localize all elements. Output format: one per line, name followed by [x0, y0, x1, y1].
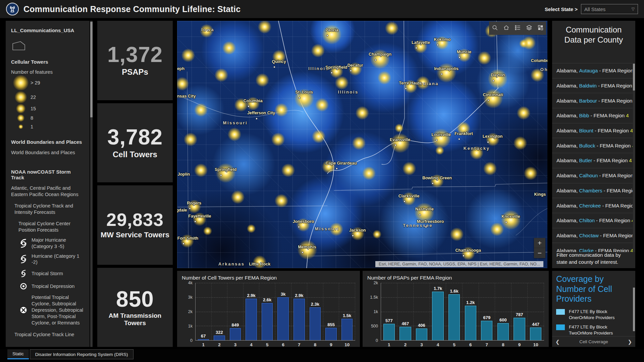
bar-wrap: 2.6k — [259, 283, 275, 340]
bar-region-7[interactable]: 2.9k — [293, 299, 305, 340]
state-label: Iowa — [201, 27, 214, 32]
legend-button[interactable] — [512, 21, 523, 35]
county-region-label: - FEMA Region — [598, 83, 632, 88]
legend-size-row: 15 — [11, 104, 84, 114]
county-list-item[interactable]: Alabama,Blount- FEMA Region4 — [552, 123, 633, 138]
y-tick-label: 4k — [188, 281, 193, 285]
bar-value-label: 3k — [281, 292, 285, 297]
x-tick-label: 4 — [430, 342, 446, 347]
map[interactable]: IowaIllinoisIllinoisIndianaOhiMissouriMi… — [177, 21, 547, 268]
city-label: Jonesboro — [293, 219, 314, 224]
bar-region-9[interactable]: 855 — [325, 328, 337, 340]
tower-glow — [335, 76, 348, 89]
state-dropdown[interactable]: All States ▽ — [581, 4, 638, 14]
tower-glow-icon — [18, 124, 23, 129]
county-list-item[interactable]: Alabama,Butler- FEMA Region4 — [552, 153, 633, 168]
county-list-item[interactable]: Alabama,Bibb- FEMA Region4 — [552, 108, 633, 123]
basemap-icon — [537, 24, 544, 32]
county-list-item[interactable]: Alabama,Chambers- FEMA Region4 — [552, 183, 633, 198]
zoom-in-button[interactable]: + — [534, 238, 545, 248]
county-list-item[interactable]: Alabama,Bullock- FEMA Region4 — [552, 138, 633, 153]
county-list-item[interactable]: Alabama,Autauga- FEMA Region4 — [552, 63, 633, 78]
tower-glow — [281, 164, 295, 177]
bar-region-2[interactable]: 322 — [214, 336, 225, 340]
bar-region-6[interactable]: 3k — [277, 297, 289, 340]
tower-glow — [271, 133, 285, 146]
bar-region-5[interactable]: 1.6k — [448, 294, 460, 340]
bar-region-7[interactable]: 679 — [481, 321, 492, 340]
city-label: Terre Haute — [399, 81, 422, 85]
county-list-item[interactable]: Alabama,Cherokee- FEMA Region4 — [552, 198, 633, 213]
legend-scrollbar[interactable] — [90, 21, 93, 347]
chart-column: 4063 — [414, 283, 430, 340]
county-region-value: 4 — [632, 218, 633, 223]
county-list-item[interactable]: Alabama,Chilton- FEMA Region4 — [552, 213, 633, 228]
county-scrollbar[interactable] — [633, 63, 635, 252]
bar-value-label: 2.6k — [263, 297, 271, 302]
x-tick-label: 10 — [528, 342, 544, 347]
county-region-value: 4 — [630, 128, 633, 133]
x-tick-label: 9 — [512, 342, 528, 347]
bar-region-4[interactable]: 2.9k — [246, 299, 257, 340]
x-tick-label: 8 — [307, 342, 323, 347]
tab-disaster-information-reporting-system-dirs[interactable]: Disaster Information Reporting System (D… — [30, 349, 133, 359]
bar-region-1[interactable]: 577 — [383, 324, 395, 340]
city-label: Rogers — [187, 201, 201, 205]
stat-card: 29,833MW Service Towers — [97, 185, 173, 265]
county-list-item[interactable]: Alabama,Baldwin- FEMA Region4 — [552, 78, 633, 93]
bar-region-4[interactable]: 1.7k — [432, 292, 443, 340]
county-scrollbar-thumb[interactable] — [633, 64, 635, 90]
bar-region-5[interactable]: 2.6k — [262, 303, 273, 340]
bar-value-label: 2.3k — [311, 302, 319, 307]
storm-symbol-row: Tropical Storm — [18, 269, 84, 278]
search-icon — [492, 24, 498, 32]
county-list-item[interactable]: Alabama,Clarke- FEMA Region4 — [552, 243, 633, 252]
city-marker-dot — [487, 99, 489, 101]
chevron-left-icon[interactable]: ❮ — [555, 339, 560, 345]
county-list-item[interactable]: Alabama,Calhoun- FEMA Region4 — [552, 168, 633, 183]
county-list-item[interactable]: Alabama,Choctaw- FEMA Region4 — [552, 228, 633, 243]
county-state-prefix: Alabama, — [556, 218, 578, 223]
bar-region-2[interactable]: 467 — [399, 327, 411, 340]
bar-region-8[interactable]: 2.3k — [310, 307, 321, 340]
coverage-scrollbar-thumb[interactable] — [633, 288, 635, 331]
legend-panel: LL_Communications_USA Cellular Towers Nu… — [6, 21, 90, 347]
city-label: Jefferson City — [247, 111, 275, 115]
bar-value-label: 600 — [499, 317, 507, 322]
bar-wrap: 1.2k — [463, 283, 479, 340]
tower-glyph-cell — [11, 91, 31, 103]
city-label: Memphis — [298, 245, 316, 249]
legend-size-label: 15 — [31, 106, 36, 111]
bar-region-3[interactable]: 406 — [416, 328, 427, 340]
city-marker-dot — [463, 255, 465, 257]
search-button[interactable] — [489, 21, 500, 35]
zoom-out-button[interactable]: − — [534, 248, 545, 258]
bar-region-10[interactable]: 447 — [530, 327, 541, 340]
bar-region-6[interactable]: 1.2k — [465, 306, 476, 340]
chevron-right-icon[interactable]: ❯ — [628, 339, 632, 345]
chart-column: 1.2k6 — [463, 283, 479, 340]
tower-glow — [395, 124, 404, 132]
basemap-button[interactable] — [535, 21, 546, 35]
x-tick-label: 3 — [414, 342, 430, 347]
city-marker-dot — [182, 243, 184, 245]
county-state-prefix: Alabama, — [556, 173, 578, 178]
bar-region-8[interactable]: 600 — [497, 323, 509, 340]
state-label: Arkansas — [218, 261, 245, 266]
bar-region-10[interactable]: 1.5k — [341, 319, 353, 340]
tab-static[interactable]: Static — [7, 349, 29, 359]
bar-region-1[interactable]: 67 — [198, 339, 209, 340]
layers-button[interactable] — [523, 21, 535, 35]
y-tick-label: 0 — [376, 338, 378, 343]
x-tick-label: 1 — [381, 342, 397, 347]
bar-wrap: 600 — [495, 283, 511, 340]
bar-value-label: 1.2k — [466, 300, 475, 305]
legend-scrollbar-thumb[interactable] — [90, 22, 93, 117]
storm-symbol-row: Hurricane (Category 1 -2) — [18, 253, 84, 266]
county-list-item[interactable]: Alabama,Barbour- FEMA Region4 — [552, 93, 633, 108]
home-button[interactable] — [500, 21, 512, 35]
bar-region-9[interactable]: 787 — [514, 318, 525, 340]
bar-region-3[interactable]: 849 — [230, 328, 241, 340]
tower-glyph-cell — [11, 75, 31, 90]
county-name: Autauga — [579, 68, 598, 73]
